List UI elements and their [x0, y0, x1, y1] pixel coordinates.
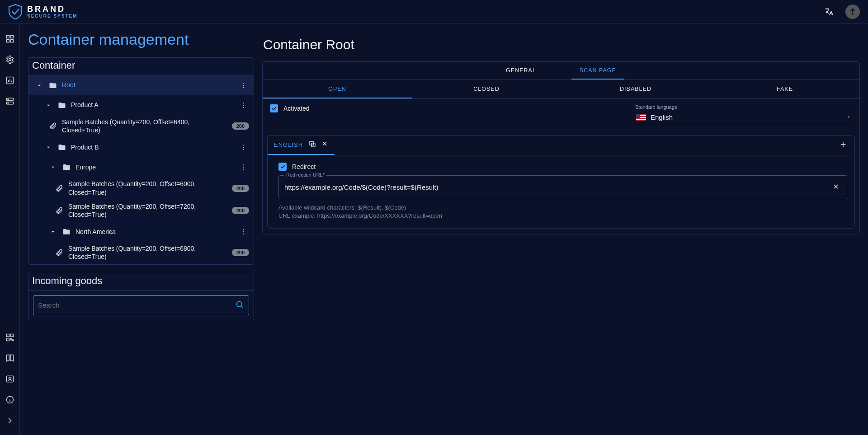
svg-point-10 [8, 103, 9, 103]
nav-servers-icon[interactable] [4, 95, 16, 108]
activated-checkbox[interactable] [270, 104, 278, 112]
count-badge: 200 [232, 122, 249, 130]
redirection-url-input[interactable] [284, 183, 830, 191]
brand: BRAND SECURE SYSTEM [8, 4, 78, 20]
container-panel-header: Container [28, 58, 254, 75]
count-badge: 200 [232, 249, 249, 256]
svg-point-15 [9, 377, 11, 379]
subtab-open[interactable]: Open [263, 80, 412, 98]
side-rail [0, 23, 20, 435]
svg-rect-7 [6, 98, 13, 100]
svg-point-5 [9, 59, 11, 61]
tree-node-label: North America [75, 228, 234, 236]
redirect-checkbox[interactable] [278, 163, 287, 171]
primary-tabs: GeneralScan page [263, 62, 859, 80]
chevron-down-icon[interactable] [35, 82, 44, 89]
tree-batch-row[interactable]: Sample Batches (Quantity=200, Offset=600… [28, 177, 254, 199]
language-tab-english[interactable]: English [268, 136, 335, 155]
copy-icon[interactable] [308, 140, 316, 150]
redirection-hint-2: URL example: https://example.org/Code/XX… [278, 212, 847, 220]
redirection-url-field[interactable]: Redirection URL* [278, 175, 847, 199]
tree-folder-row[interactable]: Product B [28, 137, 254, 157]
brand-line1: BRAND [27, 5, 78, 13]
svg-point-24 [243, 147, 244, 148]
svg-rect-6 [6, 77, 13, 84]
more-icon[interactable] [238, 102, 249, 109]
svg-point-21 [243, 104, 244, 105]
add-language-icon[interactable] [836, 138, 850, 153]
svg-point-25 [243, 149, 244, 150]
tree-folder-row[interactable]: North America [28, 222, 254, 242]
redirection-hints: Available wildcard characters: $(Result)… [278, 204, 847, 220]
activated-label: Activated [283, 105, 310, 112]
svg-rect-34 [310, 141, 313, 145]
container-panel: Container RootProduct ASample Batches (Q… [28, 57, 254, 265]
incoming-goods-header: Incoming goods [28, 273, 254, 291]
svg-point-17 [243, 83, 244, 84]
subtab-fake[interactable]: Fake [710, 80, 859, 98]
redirection-url-legend: Redirection URL* [284, 172, 326, 178]
redirect-label: Redirect [292, 163, 316, 170]
clear-icon[interactable] [830, 181, 841, 193]
more-icon[interactable] [238, 82, 249, 89]
tree-batch-row[interactable]: Sample Batches (Quantity=200, Offset=720… [28, 200, 254, 222]
chevron-down-icon[interactable] [44, 102, 53, 109]
language-tab-label: English [274, 141, 303, 148]
tab-scan-page[interactable]: Scan page [571, 62, 624, 80]
redirection-hint-1: Available wildcard characters: $(Result)… [278, 204, 847, 212]
chevron-down-icon[interactable] [48, 164, 57, 171]
svg-point-18 [243, 84, 244, 85]
tree-node-label: Europe [75, 163, 234, 171]
close-icon[interactable] [321, 140, 328, 150]
nav-qr-icon[interactable] [4, 331, 16, 344]
tree-node-label: Sample Batches (Quantity=200, Offset=720… [68, 202, 227, 219]
svg-point-0 [852, 9, 854, 10]
accessibility-avatar-icon[interactable] [845, 5, 860, 19]
subtab-disabled[interactable]: Disabled [561, 80, 710, 98]
attachment-icon [55, 248, 64, 257]
standard-language-select[interactable]: English [635, 112, 852, 124]
folder-icon [57, 143, 66, 151]
tree-node-label: Product A [71, 101, 234, 109]
svg-point-9 [8, 99, 9, 100]
svg-rect-11 [6, 334, 9, 337]
count-badge: 200 [232, 207, 249, 214]
nav-info-icon[interactable] [4, 393, 16, 406]
topbar-actions [822, 5, 860, 19]
more-icon[interactable] [238, 144, 249, 151]
language-tabs: English [268, 136, 854, 155]
svg-rect-13 [6, 338, 9, 341]
tree-batch-row[interactable]: Sample Batches (Quantity=200, Offset=640… [28, 115, 254, 137]
svg-rect-1 [6, 36, 9, 38]
folder-icon [57, 101, 66, 109]
nav-dashboard-icon[interactable] [4, 33, 16, 45]
svg-point-32 [236, 301, 242, 307]
flag-us-icon [636, 114, 646, 121]
incoming-search[interactable] [33, 295, 249, 315]
nav-book-icon[interactable] [4, 352, 16, 365]
tree-node-label: Product B [71, 143, 234, 151]
nav-settings-icon[interactable] [4, 53, 16, 66]
more-icon[interactable] [238, 164, 249, 171]
nav-user-card-icon[interactable] [4, 373, 16, 385]
tab-general[interactable]: General [498, 62, 544, 80]
incoming-search-input[interactable] [38, 301, 235, 309]
chevron-down-icon[interactable] [44, 144, 53, 151]
subtab-closed[interactable]: Closed [412, 80, 561, 98]
nav-analytics-icon[interactable] [4, 74, 16, 87]
svg-rect-12 [10, 334, 13, 337]
chevron-down-icon[interactable] [48, 228, 57, 235]
tree-folder-row[interactable]: Europe [28, 157, 254, 177]
svg-point-23 [243, 145, 244, 145]
page-title: Container management [28, 31, 254, 48]
tree-batch-row[interactable]: Sample Batches (Quantity=200, Offset=680… [28, 242, 254, 264]
tree-folder-row[interactable]: Product A [28, 95, 254, 115]
more-icon[interactable] [238, 228, 249, 235]
translate-icon[interactable] [822, 5, 836, 19]
tree-node-label: Sample Batches (Quantity=200, Offset=600… [68, 180, 227, 196]
brand-shield-icon [8, 4, 23, 20]
svg-point-22 [243, 107, 244, 108]
search-icon[interactable] [235, 300, 244, 310]
tree-folder-row[interactable]: Root [28, 75, 254, 95]
nav-expand-icon[interactable] [4, 414, 16, 427]
